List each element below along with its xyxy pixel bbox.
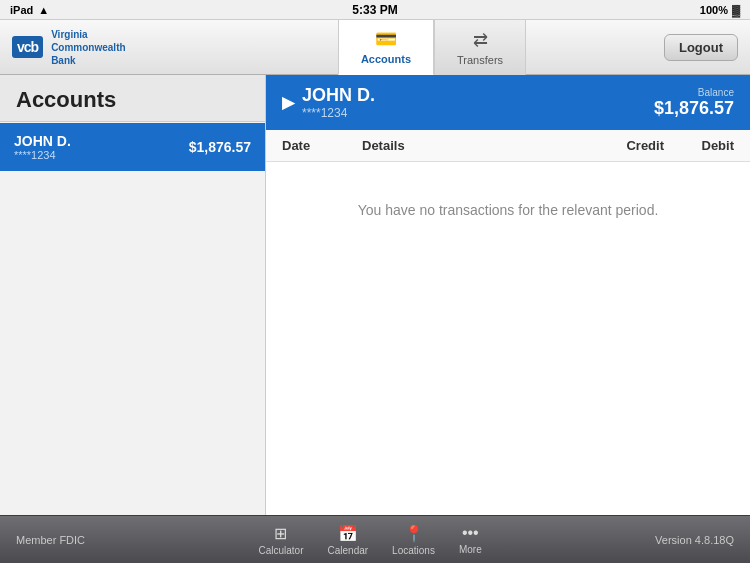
main-layout: Accounts JOHN D. ****1234 $1,876.57 ▶ JO… (0, 75, 750, 555)
calculator-label: Calculator (258, 545, 303, 556)
bottom-bar: Member FDIC ⊞ Calculator 📅 Calendar 📍 Lo… (0, 515, 750, 563)
no-transactions-message: You have no transactions for the relevan… (266, 162, 750, 258)
status-right: 100% ▓ (700, 4, 740, 16)
account-info: JOHN D. ****1234 (14, 133, 71, 161)
content-area: ▶ JOHN D. ****1234 Balance $1,876.57 Dat… (266, 75, 750, 555)
tab-accounts[interactable]: 💳 Accounts (338, 20, 434, 75)
locations-icon: 📍 (404, 524, 424, 543)
carrier-label: iPad (10, 4, 33, 16)
status-time: 5:33 PM (352, 3, 397, 17)
more-icon: ••• (462, 524, 479, 542)
tool-more[interactable]: ••• More (459, 524, 482, 556)
account-name: JOHN D. (14, 133, 71, 149)
wifi-icon: ▲ (38, 4, 49, 16)
version-label: Version 4.8.18Q (655, 534, 734, 546)
transfers-icon: ⇄ (473, 29, 488, 51)
logout-button[interactable]: Logout (664, 34, 738, 61)
transactions-table: Date Details Credit Debit You have no tr… (266, 130, 750, 555)
account-header-info: JOHN D. ****1234 (302, 85, 375, 120)
bank-name: Virginia Commonwealth Bank (51, 28, 125, 67)
tool-calendar[interactable]: 📅 Calendar (328, 524, 369, 556)
bank-name-line3: Bank (51, 55, 75, 66)
status-bar: iPad ▲ 5:33 PM 100% ▓ (0, 0, 750, 20)
account-header-name: JOHN D. (302, 85, 375, 106)
bank-name-line2: Commonwealth (51, 42, 125, 53)
logo-area: vcb Virginia Commonwealth Bank (0, 28, 200, 67)
calendar-icon: 📅 (338, 524, 358, 543)
account-list-item[interactable]: JOHN D. ****1234 $1,876.57 (0, 123, 265, 171)
sidebar-title: Accounts (0, 75, 265, 122)
battery-label: 100% (700, 4, 728, 16)
account-balance: $1,876.57 (189, 139, 251, 155)
transfers-tab-label: Transfers (457, 54, 503, 66)
app-header: vcb Virginia Commonwealth Bank 💳 Account… (0, 20, 750, 75)
no-transactions-text: You have no transactions for the relevan… (358, 202, 659, 218)
account-number: ****1234 (14, 149, 71, 161)
table-header: Date Details Credit Debit (266, 130, 750, 162)
col-details-header: Details (362, 138, 584, 153)
calendar-label: Calendar (328, 545, 369, 556)
tool-locations[interactable]: 📍 Locations (392, 524, 435, 556)
member-fdic-label: Member FDIC (16, 534, 85, 546)
tool-calculator[interactable]: ⊞ Calculator (258, 524, 303, 556)
vcb-logo: vcb (12, 36, 43, 58)
calculator-icon: ⊞ (274, 524, 287, 543)
balance-label: Balance (654, 87, 734, 98)
status-left: iPad ▲ (10, 4, 49, 16)
battery-icon: ▓ (732, 4, 740, 16)
nav-tabs: 💳 Accounts ⇄ Transfers (338, 20, 526, 75)
col-credit-header: Credit (584, 138, 664, 153)
account-header-number: ****1234 (302, 106, 375, 120)
col-date-header: Date (282, 138, 362, 153)
account-header-left: ▶ JOHN D. ****1234 (282, 85, 375, 120)
bottom-tools: ⊞ Calculator 📅 Calendar 📍 Locations ••• … (258, 524, 481, 556)
account-header-balance-area: Balance $1,876.57 (654, 87, 734, 119)
locations-label: Locations (392, 545, 435, 556)
accounts-icon: 💳 (375, 28, 397, 50)
account-header: ▶ JOHN D. ****1234 Balance $1,876.57 (266, 75, 750, 130)
expand-arrow-icon[interactable]: ▶ (282, 93, 294, 112)
account-header-balance: $1,876.57 (654, 98, 734, 119)
tab-transfers[interactable]: ⇄ Transfers (434, 20, 526, 75)
accounts-tab-label: Accounts (361, 53, 411, 65)
bank-name-line1: Virginia (51, 29, 88, 40)
sidebar: Accounts JOHN D. ****1234 $1,876.57 (0, 75, 266, 555)
col-debit-header: Debit (664, 138, 734, 153)
more-label: More (459, 544, 482, 555)
